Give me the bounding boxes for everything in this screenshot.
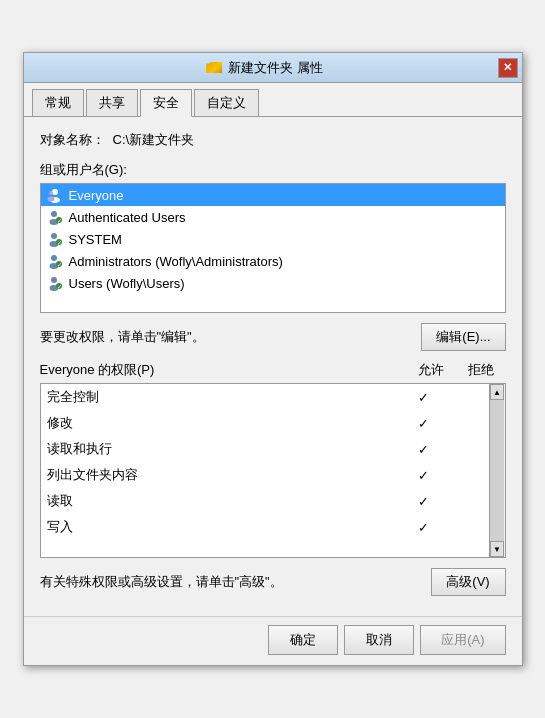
user-icon-administrators: ✓: [47, 253, 63, 269]
user-name-system: SYSTEM: [69, 232, 122, 247]
svg-point-4: [51, 211, 57, 217]
tab-share[interactable]: 共享: [86, 89, 138, 116]
edit-button[interactable]: 编辑(E)...: [421, 323, 505, 351]
tab-content: 对象名称： C:\新建文件夹 组或用户名(G): Everyone: [24, 116, 522, 616]
edit-note: 要更改权限，请单击"编辑"。: [40, 328, 205, 346]
user-item-system[interactable]: ✓ SYSTEM: [41, 228, 505, 250]
permissions-allow-label: 允许: [406, 361, 456, 379]
user-name-administrators: Administrators (Wofly\Administrators): [69, 254, 283, 269]
perm-row-write: 写入 ✓: [41, 514, 505, 540]
svg-text:✓: ✓: [57, 218, 62, 224]
properties-window: 新建文件夹 属性 ✕ 常规 共享 安全 自定义 对象名称： C:\新建文件夹 组…: [23, 52, 523, 666]
user-name-authenticated: Authenticated Users: [69, 210, 186, 225]
svg-text:✓: ✓: [57, 240, 62, 246]
user-item-users[interactable]: ✓ Users (Wofly\Users): [41, 272, 505, 294]
title-bar-controls: ✕: [498, 58, 518, 78]
tabs-container: 常规 共享 安全 自定义: [24, 83, 522, 116]
perm-name-read-execute: 读取和执行: [47, 440, 399, 458]
perm-row-modify: 修改 ✓: [41, 410, 505, 436]
perm-allow-full-control: ✓: [399, 390, 449, 405]
perm-allow-modify: ✓: [399, 416, 449, 431]
scroll-down-arrow[interactable]: ▼: [490, 541, 504, 557]
perm-name-write: 写入: [47, 518, 399, 536]
advanced-note: 有关特殊权限或高级设置，请单击"高级"。: [40, 573, 283, 591]
svg-point-0: [52, 189, 58, 195]
object-label: 对象名称：: [40, 131, 105, 149]
tab-general[interactable]: 常规: [32, 89, 84, 116]
permissions-deny-label: 拒绝: [456, 361, 506, 379]
svg-point-2: [49, 191, 53, 195]
user-item-administrators[interactable]: ✓ Administrators (Wofly\Administrators): [41, 250, 505, 272]
perm-name-list-folder: 列出文件夹内容: [47, 466, 399, 484]
user-item-authenticated[interactable]: ✓ Authenticated Users: [41, 206, 505, 228]
perm-row-read: 读取 ✓: [41, 488, 505, 514]
ok-button[interactable]: 确定: [268, 625, 338, 655]
user-icon-authenticated: ✓: [47, 209, 63, 225]
close-button[interactable]: ✕: [498, 58, 518, 78]
perm-name-read: 读取: [47, 492, 399, 510]
window-footer: 确定 取消 应用(A): [24, 616, 522, 665]
permissions-scrollbar[interactable]: ▲ ▼: [489, 384, 505, 557]
user-icon-everyone: [47, 187, 63, 203]
title-bar-left: 新建文件夹 属性: [32, 59, 498, 77]
svg-text:✓: ✓: [57, 284, 62, 290]
apply-button[interactable]: 应用(A): [420, 625, 505, 655]
svg-text:✓: ✓: [57, 262, 62, 268]
user-name-users: Users (Wofly\Users): [69, 276, 185, 291]
perm-allow-read: ✓: [399, 494, 449, 509]
object-name-row: 对象名称： C:\新建文件夹: [40, 131, 506, 149]
object-value: C:\新建文件夹: [113, 131, 195, 149]
svg-point-12: [51, 255, 57, 261]
perm-row-full-control: 完全控制 ✓: [41, 384, 505, 410]
user-list[interactable]: Everyone ✓ Authenticated Users ✓ S: [40, 183, 506, 313]
window-title: 新建文件夹 属性: [228, 59, 323, 77]
perm-allow-write: ✓: [399, 520, 449, 535]
scroll-up-arrow[interactable]: ▲: [490, 384, 504, 400]
permissions-title: Everyone 的权限(P): [40, 361, 406, 379]
user-icon-system: ✓: [47, 231, 63, 247]
edit-note-row: 要更改权限，请单击"编辑"。 编辑(E)...: [40, 323, 506, 351]
advanced-button[interactable]: 高级(V): [431, 568, 506, 596]
perm-name-full-control: 完全控制: [47, 388, 399, 406]
svg-point-16: [51, 277, 57, 283]
tab-security[interactable]: 安全: [140, 89, 192, 117]
scroll-track[interactable]: [490, 400, 504, 541]
perm-row-list-folder: 列出文件夹内容 ✓: [41, 462, 505, 488]
user-name-everyone: Everyone: [69, 188, 124, 203]
perm-name-modify: 修改: [47, 414, 399, 432]
user-icon-users: ✓: [47, 275, 63, 291]
tab-custom[interactable]: 自定义: [194, 89, 259, 116]
permissions-table: 完全控制 ✓ 修改 ✓ 读取和执行 ✓ 列出文件夹内容 ✓ 读取 ✓: [40, 383, 506, 558]
group-label: 组或用户名(G):: [40, 161, 506, 179]
svg-point-8: [51, 233, 57, 239]
folder-icon: [206, 60, 222, 76]
perm-allow-read-execute: ✓: [399, 442, 449, 457]
perm-row-read-execute: 读取和执行 ✓: [41, 436, 505, 462]
permissions-header: Everyone 的权限(P) 允许 拒绝: [40, 361, 506, 379]
cancel-button[interactable]: 取消: [344, 625, 414, 655]
user-item-everyone[interactable]: Everyone: [41, 184, 505, 206]
title-bar: 新建文件夹 属性 ✕: [24, 53, 522, 83]
advanced-note-row: 有关特殊权限或高级设置，请单击"高级"。 高级(V): [40, 568, 506, 596]
svg-point-3: [47, 197, 54, 202]
perm-allow-list-folder: ✓: [399, 468, 449, 483]
